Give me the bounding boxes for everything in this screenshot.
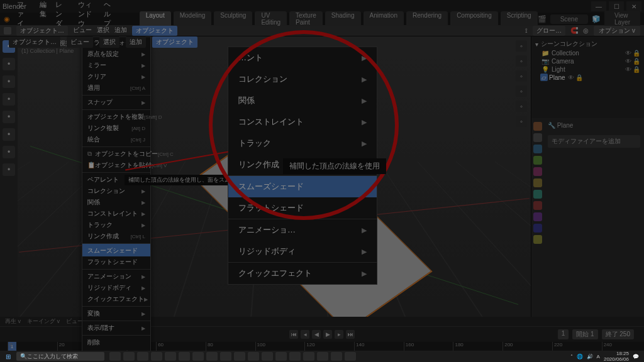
tray-up-icon[interactable]: ˄ — [570, 354, 573, 359]
menu-item-zoom[interactable]: クイックエフェクト▶ — [228, 262, 377, 284]
menu-item[interactable]: コレクション▶ — [82, 185, 150, 197]
timeline-menu-キーイング v[interactable]: キーイング v — [27, 317, 60, 326]
keyframe-next-icon[interactable]: ▸ — [335, 330, 343, 339]
tray-wifi-icon[interactable]: 🌐 — [577, 354, 583, 359]
transform-tool-icon[interactable]: • — [3, 128, 15, 141]
menu-item[interactable]: 原点を設定▶ — [82, 48, 150, 60]
tray-date[interactable]: 2020/06/06 — [604, 356, 629, 362]
mode-overlay[interactable]: オブジェクト… — [9, 36, 60, 48]
workspace-tab-layout[interactable]: Layout — [140, 11, 171, 26]
menu-item[interactable]: フラットシェード — [82, 256, 150, 268]
start-frame-field[interactable]: 開始 1 — [572, 329, 597, 339]
camera-gizmo-icon[interactable]: ◦ — [516, 85, 527, 97]
menu-item[interactable]: クイックエフェクト▶ — [82, 293, 150, 305]
header-menu-overlay-追加[interactable]: 追加 — [126, 36, 146, 48]
properties-tabs[interactable] — [531, 118, 544, 341]
header-menu-overlay-オブジェクト[interactable]: オブジェクト — [152, 36, 197, 48]
tray-notifications-icon[interactable]: 💬 — [633, 354, 639, 359]
menu-item-zoom[interactable]: コレクション▶ — [228, 69, 377, 90]
menu-item-zoom[interactable]: フラットシェード — [228, 197, 377, 219]
menu-item-zoom[interactable]: トラック▶ — [228, 133, 377, 154]
header-menu-overlay-ビュー[interactable]: ビュー — [67, 36, 93, 48]
header-menu-overlay-選択[interactable]: 選択 — [99, 36, 119, 48]
editor-type-icon[interactable] — [4, 27, 11, 35]
menu-item[interactable]: 関係▶ — [82, 197, 150, 208]
snap-icon[interactable]: 🧲 — [570, 27, 578, 34]
workspace-tab-modeling[interactable]: Modeling — [174, 11, 212, 26]
menu-item-zoom[interactable]: …ント▶ — [228, 47, 377, 69]
header-menu-ビュー[interactable]: ビュー — [73, 26, 92, 36]
proportional-icon[interactable]: ◎ — [583, 27, 589, 34]
mode-dropdown[interactable]: オブジェクト… — [16, 26, 68, 36]
menu-item[interactable]: 適用[Ctrl] A — [82, 82, 150, 94]
move-view-gizmo-icon[interactable]: ◦ — [516, 70, 527, 82]
window-close-button[interactable]: ✕ — [626, 1, 641, 11]
zoom-gizmo-icon[interactable]: ◦ — [516, 55, 527, 67]
workspace-tab-rendering[interactable]: Rendering — [406, 11, 448, 26]
timeline-menu-ビュー[interactable]: ビュー — [66, 317, 83, 326]
menu-item[interactable]: トラック▶ — [82, 219, 150, 231]
workspace-tab-uv editing[interactable]: UV Editing — [255, 11, 287, 26]
viewlayer-selector[interactable]: View Layer — [604, 11, 640, 27]
orientation-dropdown[interactable]: グロー… — [533, 26, 565, 36]
timeline-menu-再生 v[interactable]: 再生 v — [5, 317, 21, 326]
taskbar-app-icons[interactable] — [109, 352, 356, 361]
options-dropdown[interactable]: オプション v — [594, 26, 640, 36]
rotate-tool-icon[interactable]: • — [3, 93, 15, 106]
select-tool-icon[interactable]: • — [3, 58, 15, 70]
header-menu-追加[interactable]: 追加 — [114, 26, 127, 36]
menu-item-zoom[interactable]: コンストレイント▶ — [228, 111, 377, 133]
workspace-tab-sculpting[interactable]: Sculpting — [214, 11, 252, 26]
jump-start-icon[interactable]: ⏮ — [289, 330, 298, 339]
menu-item[interactable]: 削除 — [82, 335, 150, 348]
menu-item[interactable]: スナップ▶ — [82, 95, 150, 108]
tray-time[interactable]: 18:25 — [604, 351, 629, 356]
axis-gizmo-icon[interactable]: ◦ — [516, 40, 527, 52]
menu-item[interactable]: リンク複製[Alt] D — [82, 123, 150, 134]
object-context-menu[interactable]: トランスフォーム▶原点を設定▶ミラー▶クリア▶適用[Ctrl] Aスナップ▶オブ… — [82, 36, 151, 360]
current-frame-field[interactable]: 1 — [558, 329, 569, 339]
menu-item[interactable]: クリア▶ — [82, 71, 150, 82]
window-max-button[interactable]: ☐ — [609, 1, 624, 11]
scene-selector[interactable]: Scene — [550, 14, 588, 24]
menu-item[interactable]: ⧉オブジェクトをコピー[Ctrl] C — [82, 146, 150, 160]
header-menu-オブジェクト[interactable]: オブジェクト — [132, 26, 177, 36]
outliner-item-collection[interactable]: 📁 Collection👁🔒 — [540, 49, 641, 57]
layers-gizmo-icon[interactable]: ◦ — [516, 116, 527, 127]
scale-tool-icon[interactable]: • — [3, 111, 15, 123]
keyframe-prev-icon[interactable]: ◂ — [301, 330, 309, 339]
orientation-icon[interactable]: ⟟ — [525, 27, 528, 35]
workspace-tab-scripting[interactable]: Scripting — [501, 11, 538, 26]
menu-item[interactable]: 変換▶ — [82, 306, 150, 319]
playback-controls[interactable]: ⏮ ◂ ◀ ▶ ▸ ⏭ — [289, 330, 355, 339]
outliner-item-plane[interactable]: ▱ Plane👁🔒 — [540, 74, 548, 81]
menu-item[interactable]: リンク作成[Ctrl] L — [82, 231, 150, 242]
menu-item-zoom[interactable]: アニメーショ…▶ — [228, 219, 377, 241]
play-rev-icon[interactable]: ◀ — [312, 330, 321, 339]
tray-sound-icon[interactable]: 🔊 — [587, 354, 593, 359]
workspace-tab-shading[interactable]: Shading — [325, 11, 361, 26]
menu-item[interactable]: コンストレイント▶ — [82, 208, 150, 219]
annotate-tool-icon[interactable]: • — [3, 146, 15, 158]
menu-item[interactable]: ミラー▶ — [82, 60, 150, 71]
menu-item[interactable]: 表示/隠す▶ — [82, 321, 150, 334]
end-frame-field[interactable]: 終了 250 — [602, 329, 634, 339]
add-modifier-dropdown[interactable]: モディファイアーを追加 — [548, 135, 640, 148]
menu-item[interactable]: オブジェクトを複製[Shift] D — [82, 109, 150, 123]
move-tool-icon[interactable]: • — [3, 75, 15, 88]
menu-item[interactable]: リジッドボディ▶ — [82, 282, 150, 293]
outliner-item-camera[interactable]: 📷 Camera👁🔒 — [540, 57, 641, 65]
persp-gizmo-icon[interactable]: ◦ — [516, 101, 527, 112]
workspace-tab-texture paint[interactable]: Texture Paint — [289, 11, 323, 26]
jump-end-icon[interactable]: ⏭ — [346, 330, 355, 339]
menu-item[interactable]: アニメーション▶ — [82, 269, 150, 282]
outliner-root[interactable]: ▾ シーンコレクション — [534, 39, 641, 49]
workspace-tab-compositing[interactable]: Compositing — [450, 11, 498, 26]
windows-taskbar[interactable]: ⊞ 🔍 ここに入力して検索 ˄ 🌐 🔊 A 18:25 2020/06/06 💬 — [0, 351, 644, 362]
workspace-tab-animation[interactable]: Animation — [364, 11, 404, 26]
play-icon[interactable]: ▶ — [323, 330, 332, 339]
header-menu-選択[interactable]: 選択 — [97, 26, 109, 36]
menu-item-zoom[interactable]: スムーズシェード — [228, 175, 377, 197]
outliner-panel[interactable]: ▾ シーンコレクション 📁 Collection👁🔒📷 Camera👁🔒💡 Li… — [531, 36, 644, 118]
window-min-button[interactable]: — — [591, 1, 606, 11]
